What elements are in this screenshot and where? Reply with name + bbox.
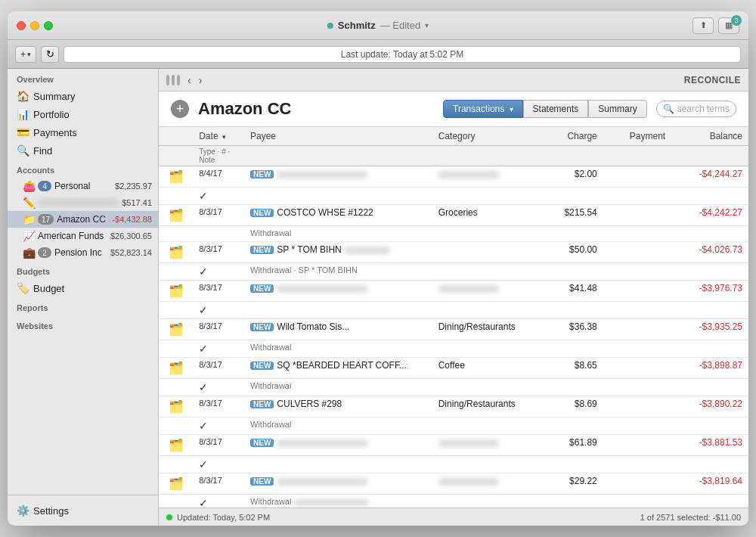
payment-cell: [603, 205, 671, 226]
sidebar-item-budget[interactable]: 🏷️ Budget: [8, 279, 158, 297]
table-row-sub: ✓Withdrawal: [159, 495, 748, 508]
row-icon: 🗂️: [159, 435, 193, 456]
sidebar-account-amazon-cc[interactable]: 📁 17 Amazon CC -$4,432.88: [8, 211, 158, 228]
charge-cell: $29.22: [534, 473, 603, 495]
toolbar: + ▾ ↻ Last update: Today at 5:02 PM: [8, 40, 748, 69]
settings-label: Settings: [33, 505, 69, 517]
minimize-button[interactable]: [30, 21, 39, 30]
titlebar-actions: ⬆ ▦ 3: [692, 17, 739, 34]
budget-icon: 🏷️: [17, 282, 29, 294]
charge-cell: $61.89: [534, 435, 603, 456]
payment-cell: [603, 281, 671, 302]
account-value-personal: $2,235.97: [115, 182, 152, 191]
category-cell: [432, 242, 535, 263]
find-icon: 🔍: [17, 144, 29, 157]
category-cell: [432, 473, 535, 495]
sidebar-account-blurred1[interactable]: ✏️ $517.41: [8, 194, 158, 211]
search-placeholder: search terms: [677, 104, 730, 114]
table-subheader-row: Type · # · Note: [159, 146, 748, 166]
pension-icon: 💼: [23, 247, 35, 259]
payee-cell[interactable]: NEW: [244, 435, 432, 456]
payee-cell[interactable]: NEW: [244, 473, 432, 495]
balance-cell: -$3,935.25: [671, 319, 748, 340]
sidebar-item-settings[interactable]: ⚙️ Settings: [8, 501, 158, 520]
sidebar-account-american-funds[interactable]: 📈 American Funds $26,300.65: [8, 228, 158, 244]
maximize-button[interactable]: [44, 21, 53, 30]
export-icon: ⬆: [700, 20, 707, 30]
balance-cell: -$4,244.27: [671, 166, 748, 188]
table-row[interactable]: 🗂️8/3/17NEWSQ *BEARDED HEART COFF...Coff…: [159, 358, 748, 379]
window-edited: — Edited: [380, 20, 421, 31]
date-cell: 8/3/17: [193, 473, 244, 495]
table-row[interactable]: 🗂️8/4/17NEW$2.00-$4,244.27: [159, 166, 748, 188]
date-cell: 8/3/17: [193, 319, 244, 340]
payment-cell: [603, 358, 671, 379]
sidebar-item-portfolio[interactable]: 📊 Portfolio: [8, 105, 158, 123]
table-row-sub: Withdrawal: [159, 226, 748, 242]
check-cell: ✓: [193, 340, 244, 358]
add-transaction-button[interactable]: +: [171, 100, 189, 118]
table-row[interactable]: 🗂️8/3/17NEW$29.22-$3,819.64: [159, 473, 748, 495]
col-payee[interactable]: Payee: [244, 127, 432, 146]
payee-cell[interactable]: NEWSQ *BEARDED HEART COFF...: [244, 358, 432, 379]
table-row-sub: ✓Withdrawal: [159, 379, 748, 396]
transaction-table-container: Date ▾ Payee Category Charge Payment Bal…: [159, 127, 748, 508]
reconcile-button[interactable]: RECONCILE: [684, 75, 741, 85]
payee-cell[interactable]: NEW: [244, 166, 432, 188]
balance-cell: -$3,819.64: [671, 473, 748, 495]
next-arrow[interactable]: ›: [196, 73, 206, 88]
tab-statements[interactable]: Statements: [523, 100, 589, 118]
col-payment: Payment: [603, 127, 671, 146]
chevron-down-icon[interactable]: ▾: [425, 21, 429, 29]
check-cell: ✓: [193, 379, 244, 396]
tab-summary[interactable]: Summary: [588, 100, 646, 118]
table-row[interactable]: 🗂️8/3/17NEW$41.48-$3,976.73: [159, 281, 748, 302]
charge-cell: $50.00: [534, 242, 603, 263]
titlebar-center: Schmitz — Edited ▾: [327, 20, 429, 31]
settings-icon: ⚙️: [17, 504, 29, 517]
payee-cell[interactable]: NEWSP * TOM BIHN: [244, 242, 432, 263]
row-icon: 🗂️: [159, 358, 193, 379]
date-cell: 8/3/17: [193, 435, 244, 456]
reconcile-icon-button[interactable]: ▦ 3: [718, 17, 739, 34]
summary-label: Summary: [33, 91, 76, 102]
table-row-sub: ✓Withdrawal: [159, 417, 748, 435]
sub-payee-cell: Withdrawal: [244, 417, 432, 435]
check-cell: [193, 226, 244, 242]
sidebar-item-summary[interactable]: 🏠 Summary: [8, 87, 158, 105]
sidebar-item-payments[interactable]: 💳 Payments: [8, 123, 158, 141]
prev-arrow[interactable]: ‹: [184, 73, 194, 88]
refresh-button[interactable]: ↻: [41, 46, 59, 63]
sidebar-account-personal[interactable]: 👛 4 Personal $2,235.97: [8, 178, 158, 194]
table-row[interactable]: 🗂️8/3/17NEWCULVERS #298Dining/Restaurant…: [159, 396, 748, 417]
status-updated: Updated: Today, 5:02 PM: [177, 513, 270, 522]
payee-cell[interactable]: NEWWild Tomato Sis...: [244, 319, 432, 340]
add-button[interactable]: + ▾: [15, 46, 36, 63]
charge-cell: $36.38: [534, 319, 603, 340]
payee-cell[interactable]: NEW: [244, 281, 432, 302]
find-label: Find: [33, 145, 52, 157]
table-row[interactable]: 🗂️8/3/17NEW$61.89-$3,881.53: [159, 435, 748, 456]
sidebar-account-pension[interactable]: 💼 2 Pension Inc $52,823.14: [8, 244, 158, 261]
date-cell: 8/4/17: [193, 166, 244, 188]
row-icon: 🗂️: [159, 242, 193, 263]
col-date[interactable]: Date ▾: [193, 127, 244, 146]
table-row[interactable]: 🗂️8/3/17NEWSP * TOM BIHN$50.00-$4,026.73: [159, 242, 748, 263]
row-icon: 🗂️: [159, 396, 193, 417]
close-button[interactable]: [17, 21, 26, 30]
payee-cell[interactable]: NEWCOSTCO WHSE #1222: [244, 205, 432, 226]
search-box[interactable]: 🔍 search terms: [656, 101, 736, 117]
category-cell: [432, 281, 535, 302]
table-row[interactable]: 🗂️8/3/17NEWWild Tomato Sis...Dining/Rest…: [159, 319, 748, 340]
table-row[interactable]: 🗂️8/3/17NEWCOSTCO WHSE #1222Groceries$21…: [159, 205, 748, 226]
balance-cell: -$3,976.73: [671, 281, 748, 302]
sidebar-item-find[interactable]: 🔍 Find: [8, 141, 158, 160]
export-button[interactable]: ⬆: [692, 17, 714, 34]
charge-cell: $215.54: [534, 205, 603, 226]
payee-cell[interactable]: NEWCULVERS #298: [244, 396, 432, 417]
payment-cell: [603, 319, 671, 340]
summary-icon: 🏠: [17, 90, 29, 102]
tab-transactions[interactable]: Transactions ▾: [443, 100, 523, 118]
status-dot-icon: [327, 23, 333, 29]
account-name-blurred1: [38, 199, 119, 206]
